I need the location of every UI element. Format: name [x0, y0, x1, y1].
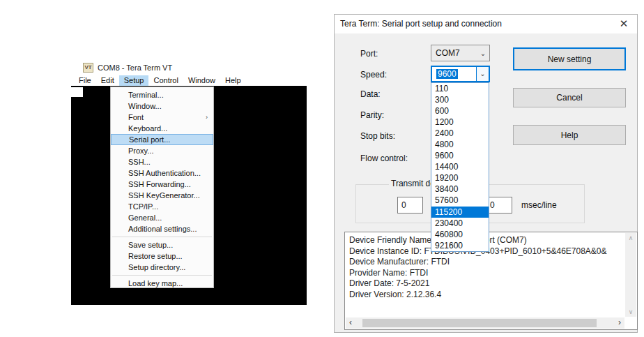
speed-label: Speed:: [360, 70, 387, 80]
port-value: COM7: [431, 48, 477, 58]
menubar-item-control[interactable]: Control: [148, 75, 183, 86]
menu-item-additional-settings[interactable]: Additional settings...: [111, 223, 213, 234]
device-info-line: Driver Version: 2.12.36.4: [349, 290, 623, 301]
speed-option-300[interactable]: 300: [431, 94, 489, 105]
menubar-item-help[interactable]: Help: [220, 75, 246, 86]
port-combobox[interactable]: COM7 ⌄: [431, 45, 490, 61]
menu-item-label: SSH KeyGenerator...: [128, 190, 200, 201]
menubar-item-setup[interactable]: Setup: [119, 75, 149, 86]
device-info-line: Driver Date: 7-5-2021: [349, 278, 623, 290]
menu-item-proxy[interactable]: Proxy...: [111, 145, 213, 156]
menu-separator: [112, 237, 212, 237]
menubar-item-window[interactable]: Window: [183, 75, 220, 86]
speed-option-230400[interactable]: 230400: [431, 218, 489, 229]
speed-option-600[interactable]: 600: [431, 105, 489, 117]
vt-icon: VT: [83, 63, 93, 73]
msec-per-line-label: msec/line: [521, 200, 557, 210]
menu-item-label: Load key map...: [128, 278, 183, 289]
speed-option-57600[interactable]: 57600: [431, 195, 489, 206]
chevron-down-icon[interactable]: ⌄: [476, 67, 489, 81]
scrollbar-thumb[interactable]: [362, 319, 597, 327]
speed-value: 9600: [436, 69, 458, 79]
scroll-right-icon[interactable]: ›: [618, 317, 621, 329]
cancel-button[interactable]: Cancel: [513, 88, 626, 107]
delay-per-char-input[interactable]: 0: [397, 197, 423, 214]
device-info-box: Device Friendly Name: USB Serial Port (C…: [344, 232, 638, 330]
menu-item-keyboard[interactable]: Keyboard...: [111, 123, 213, 134]
menu-item-label: General...: [128, 213, 162, 223]
menu-separator: [112, 275, 212, 276]
horizontal-scrollbar[interactable]: ‹ ›: [346, 317, 624, 329]
menu-item-ssh-forwarding[interactable]: SSH Forwarding...: [111, 179, 213, 190]
speed-option-2400[interactable]: 2400: [431, 128, 489, 139]
speed-combobox[interactable]: 9600 ⌄: [431, 66, 490, 82]
menu-item-label: Save setup...: [128, 240, 173, 250]
menu-item-label: Additional settings...: [128, 224, 197, 234]
port-label: Port:: [360, 49, 378, 59]
menu-item-label: Window...: [128, 101, 162, 112]
menu-item-terminal[interactable]: Terminal...: [111, 89, 213, 100]
scroll-down-icon[interactable]: ∨: [625, 308, 636, 315]
menu-item-label: Font: [128, 112, 144, 123]
menu-item-label: SSH Authentication...: [128, 168, 201, 179]
parity-label: Parity:: [360, 110, 384, 120]
flowcontrol-label: Flow control:: [360, 153, 408, 163]
menu-item-window[interactable]: Window...: [111, 100, 213, 112]
speed-option-19200[interactable]: 19200: [431, 172, 489, 184]
menu-item-ssh-authentication[interactable]: SSH Authentication...: [111, 167, 213, 179]
device-info-line: Device Manufacturer: FTDI: [349, 257, 623, 268]
menu-item-load-key-map[interactable]: Load key map...: [111, 278, 213, 289]
speed-option-115200[interactable]: 115200: [431, 207, 489, 218]
menu-item-general[interactable]: General...: [111, 212, 213, 223]
submenu-arrow-icon: ›: [206, 112, 208, 123]
speed-option-460800[interactable]: 460800: [431, 229, 489, 240]
menu-item-serial-port[interactable]: Serial port...: [111, 134, 213, 145]
setup-dropdown-menu: Terminal...Window...Font›Keyboard...Seri…: [110, 87, 214, 288]
device-info-line: Provider Name: FTDI: [349, 268, 623, 279]
menu-item-save-setup[interactable]: Save setup...: [111, 239, 213, 250]
terminal-window-title: COM8 - Tera Term VT: [98, 63, 172, 72]
menu-item-label: Keyboard...: [128, 123, 167, 134]
menu-item-label: Proxy...: [128, 146, 153, 156]
menu-item-restore-setup[interactable]: Restore setup...: [111, 250, 213, 262]
close-icon[interactable]: ✕: [615, 16, 633, 31]
dialog-titlebar: Tera Term: Serial port setup and connect…: [335, 15, 637, 33]
menu-item-label: Restore setup...: [128, 251, 183, 262]
menu-item-font[interactable]: Font›: [111, 112, 213, 123]
menu-item-setup-directory[interactable]: Setup directory...: [111, 262, 213, 273]
menu-item-ssh-keygenerator[interactable]: SSH KeyGenerator...: [111, 190, 213, 201]
menu-item-ssh[interactable]: SSH...: [111, 156, 213, 167]
serial-port-setup-dialog: Tera Term: Serial port setup and connect…: [334, 14, 638, 333]
help-button[interactable]: Help: [513, 125, 626, 145]
speed-dropdown-list: 1103006001200240048009600144001920038400…: [431, 82, 489, 252]
menubar-item-file[interactable]: File: [74, 75, 96, 86]
menu-item-tcp-ip[interactable]: TCP/IP...: [111, 201, 213, 212]
speed-option-38400[interactable]: 38400: [431, 184, 489, 195]
menu-item-label: SSH...: [128, 157, 151, 167]
menu-item-label: Setup directory...: [128, 262, 185, 273]
speed-option-1200[interactable]: 1200: [431, 117, 489, 128]
delay-per-line-input[interactable]: 0: [486, 197, 512, 214]
menu-item-label: TCP/IP...: [128, 202, 158, 212]
menu-item-label: Terminal...: [128, 90, 164, 100]
speed-option-9600[interactable]: 9600: [431, 150, 489, 161]
speed-option-110[interactable]: 110: [431, 83, 489, 94]
data-label: Data:: [360, 89, 381, 99]
scroll-up-icon[interactable]: ∧: [625, 234, 636, 241]
speed-option-14400[interactable]: 14400: [431, 161, 489, 172]
terminal-menubar: FileEditSetupControlWindowHelp: [70, 75, 307, 86]
vertical-scrollbar[interactable]: ∧ ∨: [625, 233, 636, 317]
speed-option-4800[interactable]: 4800: [431, 139, 489, 150]
menu-item-label: Serial port...: [129, 135, 170, 145]
menu-item-label: SSH Forwarding...: [128, 179, 191, 190]
chevron-down-icon: ⌄: [477, 50, 489, 57]
menubar-item-edit[interactable]: Edit: [96, 75, 119, 86]
scroll-left-icon[interactable]: ‹: [349, 317, 352, 329]
new-setting-button[interactable]: New setting: [513, 47, 626, 70]
speed-option-921600[interactable]: 921600: [431, 240, 489, 251]
terminal-titlebar: VT COM8 - Tera Term VT: [70, 59, 307, 75]
terminal-cursor: [71, 87, 83, 97]
stopbits-label: Stop bits:: [360, 131, 395, 141]
dialog-title: Tera Term: Serial port setup and connect…: [340, 19, 502, 29]
